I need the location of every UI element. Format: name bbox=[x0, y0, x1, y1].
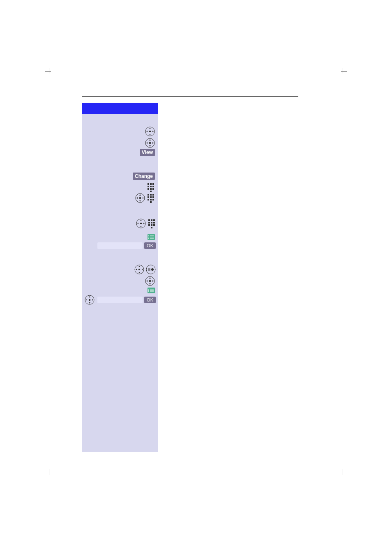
svg-rect-24 bbox=[152, 199, 154, 200]
svg-rect-22 bbox=[148, 199, 149, 200]
svg-rect-3 bbox=[149, 142, 151, 144]
svg-rect-23 bbox=[150, 199, 152, 200]
svg-rect-37 bbox=[151, 227, 152, 228]
view-softkey[interactable]: View bbox=[140, 149, 155, 156]
horizontal-rule bbox=[82, 96, 298, 97]
svg-rect-10 bbox=[148, 188, 149, 190]
svg-rect-53 bbox=[149, 280, 151, 282]
text-input-field[interactable] bbox=[97, 242, 143, 249]
sidebar-content: View Change bbox=[82, 126, 158, 452]
svg-rect-19 bbox=[148, 196, 149, 198]
softkey-dot-icon bbox=[146, 265, 156, 274]
nav-pad-icon bbox=[85, 295, 95, 305]
menu-list-icon bbox=[148, 288, 155, 293]
svg-rect-62 bbox=[89, 299, 90, 301]
svg-point-42 bbox=[148, 235, 149, 236]
svg-rect-34 bbox=[148, 224, 150, 226]
svg-rect-21 bbox=[152, 196, 154, 198]
svg-rect-36 bbox=[153, 224, 155, 226]
svg-rect-27 bbox=[140, 223, 142, 224]
svg-point-48 bbox=[151, 268, 154, 271]
svg-rect-7 bbox=[148, 186, 149, 187]
svg-rect-13 bbox=[150, 191, 152, 192]
svg-rect-18 bbox=[152, 194, 154, 196]
svg-rect-28 bbox=[148, 219, 150, 221]
svg-point-58 bbox=[148, 289, 149, 290]
svg-point-59 bbox=[148, 290, 149, 291]
text-input-field[interactable] bbox=[97, 297, 143, 303]
ok-button[interactable]: OK bbox=[144, 242, 156, 249]
svg-rect-4 bbox=[148, 183, 149, 185]
svg-rect-11 bbox=[150, 188, 152, 190]
svg-rect-6 bbox=[152, 183, 154, 185]
nav-pad-icon bbox=[136, 219, 146, 228]
crop-mark-bottom-left bbox=[45, 467, 53, 475]
svg-point-47 bbox=[146, 265, 155, 274]
nav-pad-icon bbox=[135, 193, 145, 203]
svg-rect-1 bbox=[149, 131, 151, 132]
page: View Change bbox=[0, 0, 392, 555]
svg-rect-29 bbox=[151, 219, 152, 221]
crop-mark-top-right bbox=[339, 68, 347, 76]
svg-rect-30 bbox=[153, 219, 155, 221]
svg-rect-17 bbox=[150, 194, 152, 196]
svg-point-43 bbox=[148, 237, 149, 237]
svg-rect-8 bbox=[150, 186, 152, 187]
svg-rect-35 bbox=[151, 224, 152, 226]
keypad-icon bbox=[148, 219, 156, 228]
svg-rect-9 bbox=[152, 186, 154, 187]
svg-rect-5 bbox=[150, 183, 152, 185]
ok-button[interactable]: OK bbox=[144, 297, 156, 303]
nav-pad-icon bbox=[145, 276, 155, 286]
svg-rect-31 bbox=[148, 222, 150, 223]
svg-point-60 bbox=[148, 291, 149, 292]
sidebar-blue-header bbox=[82, 103, 158, 114]
sidebar: View Change bbox=[82, 103, 158, 452]
svg-rect-32 bbox=[151, 222, 152, 223]
keypad-icon bbox=[147, 182, 155, 192]
nav-pad-icon bbox=[134, 265, 144, 274]
svg-rect-16 bbox=[148, 194, 149, 196]
change-softkey[interactable]: Change bbox=[133, 173, 155, 180]
svg-point-44 bbox=[148, 238, 149, 239]
svg-rect-12 bbox=[152, 188, 154, 190]
svg-rect-33 bbox=[153, 222, 155, 223]
svg-rect-25 bbox=[150, 201, 152, 203]
crop-mark-top-left bbox=[45, 68, 53, 76]
nav-pad-icon bbox=[145, 138, 155, 148]
keypad-icon bbox=[147, 193, 155, 203]
menu-list-icon bbox=[148, 234, 155, 240]
svg-rect-20 bbox=[150, 196, 152, 198]
nav-pad-icon bbox=[145, 127, 155, 136]
crop-mark-bottom-right bbox=[339, 467, 347, 475]
svg-rect-46 bbox=[138, 269, 140, 270]
svg-rect-15 bbox=[139, 197, 141, 199]
